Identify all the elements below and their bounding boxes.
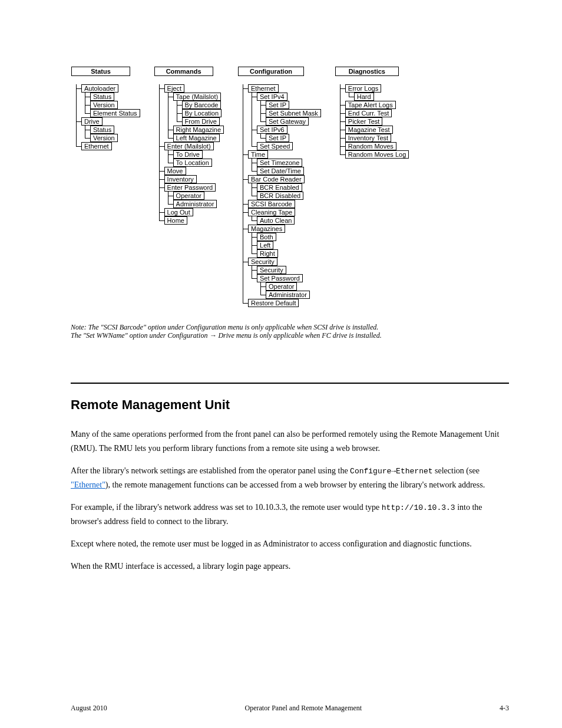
p2-a: After the library's network settings are… bbox=[71, 466, 350, 475]
tree-header-diagnostics: Diagnostics bbox=[335, 67, 399, 76]
cfg-security-setpw: Set Password bbox=[257, 274, 303, 282]
status-drive-status: Status bbox=[90, 126, 114, 134]
p2-b: selection (see bbox=[433, 466, 480, 475]
cmd-enterpw: Enter Password bbox=[164, 183, 216, 192]
cfg-settimezone: Set Timezone bbox=[257, 159, 302, 167]
cfg-setspeed: Set Speed bbox=[257, 142, 293, 150]
diag-invtest: Inventory Test bbox=[345, 134, 391, 142]
cfg-scsibarcode: SCSI Barcode bbox=[248, 200, 295, 208]
diag-errorlogs-hard: Hard bbox=[354, 93, 374, 101]
cfg-bcr-disabled: BCR Disabled bbox=[257, 192, 303, 200]
tree-status: Status Autoloader Status Version Element… bbox=[71, 67, 140, 307]
diag-pickertest: Picker Test bbox=[345, 117, 383, 126]
section-heading: Remote Management Unit bbox=[71, 394, 509, 416]
p2-code: Configure→Ethernet bbox=[350, 467, 432, 476]
diag-endcurrtest: End Curr. Test bbox=[345, 109, 392, 117]
cfg-setipv6-ip: Set IP bbox=[266, 134, 289, 142]
cfg-restore-default: Restore Default bbox=[248, 299, 299, 307]
p3-url: http://10.10.3.3 bbox=[382, 503, 455, 512]
cmd-logout: Log Out bbox=[164, 208, 193, 216]
cmd-eject-fromdrive: From Drive bbox=[182, 117, 220, 126]
cfg-mag-left: Left bbox=[257, 241, 273, 249]
status-drive: Drive bbox=[81, 117, 103, 126]
cmd-move: Move bbox=[164, 167, 186, 175]
cfg-setipv4: Set IPv4 bbox=[257, 93, 287, 101]
cmd-eject: Eject bbox=[164, 84, 184, 93]
cfg-setgateway: Set Gateway bbox=[266, 117, 309, 126]
cmd-eject-bylocation: By Location bbox=[182, 109, 222, 117]
paragraph-4: Except where noted, the remote user must… bbox=[71, 537, 509, 551]
tree-configuration: Configuration Ethernet Set IPv4 Set IP S… bbox=[238, 67, 321, 307]
status-drive-version: Version bbox=[90, 134, 118, 142]
cfg-ethernet: Ethernet bbox=[248, 84, 279, 93]
cfg-security-setpw-op: Operator bbox=[266, 282, 297, 291]
figure-caption-line1: Note: The "SCSI Barcode" option under Co… bbox=[71, 323, 378, 331]
cmd-home: Home bbox=[164, 216, 187, 225]
horizontal-rule bbox=[71, 383, 509, 384]
footer-date: August 2010 bbox=[71, 704, 107, 713]
cfg-security-security: Security bbox=[257, 266, 286, 274]
status-ethernet: Ethernet bbox=[81, 142, 112, 150]
cfg-setip: Set IP bbox=[266, 101, 289, 109]
status-autoloader-elemstatus: Element Status bbox=[90, 109, 140, 117]
cfg-bcr: Bar Code Reader bbox=[248, 175, 305, 183]
diag-errorlogs: Error Logs bbox=[345, 84, 381, 93]
diag-tapealertlogs: Tape Alert Logs bbox=[345, 101, 396, 109]
paragraph-3: For example, if the library's network ad… bbox=[71, 500, 509, 529]
cmd-eject-rightmag: Right Magazine bbox=[173, 126, 224, 134]
ethernet-link[interactable]: "Ethernet" bbox=[71, 480, 105, 489]
cfg-setdatetime: Set Date/Time bbox=[257, 167, 304, 175]
tree-diagnostics: Diagnostics Error Logs Hard Tape Alert L… bbox=[335, 67, 409, 307]
status-autoloader: Autoloader bbox=[81, 84, 118, 93]
cmd-eject-tape: Tape (Mailslot) bbox=[173, 93, 222, 101]
status-autoloader-status: Status bbox=[90, 93, 114, 101]
footer-pagenum: 4-3 bbox=[500, 704, 509, 713]
page-footer: August 2010 Operator Panel and Remote Ma… bbox=[71, 704, 509, 713]
paragraph-1: Many of the same operations performed fr… bbox=[71, 427, 509, 456]
diag-randommoveslog: Random Moves Log bbox=[345, 150, 409, 159]
cfg-cleaningtape: Cleaning Tape bbox=[248, 208, 295, 216]
cfg-security: Security bbox=[248, 258, 277, 266]
tree-header-commands: Commands bbox=[154, 67, 213, 76]
cfg-mag-right: Right bbox=[257, 249, 278, 258]
cfg-setsubnet: Set Subnet Mask bbox=[266, 109, 321, 117]
diag-magtest: Magazine Test bbox=[345, 126, 393, 134]
status-autoloader-version: Version bbox=[90, 101, 118, 109]
cmd-enterpw-operator: Operator bbox=[173, 192, 204, 200]
cmd-inventory: Inventory bbox=[164, 175, 197, 183]
cfg-mag-both: Both bbox=[257, 233, 276, 241]
cfg-bcr-enabled: BCR Enabled bbox=[257, 183, 302, 192]
cmd-enterpw-admin: Administrator bbox=[173, 200, 217, 208]
paragraph-5: When the RMU interface is accessed, a li… bbox=[71, 559, 509, 574]
cfg-magazines: Magazines bbox=[248, 225, 285, 233]
cfg-security-setpw-admin: Administrator bbox=[266, 291, 310, 299]
cfg-time: Time bbox=[248, 150, 268, 159]
tree-commands: Commands Eject Tape (Mailslot) By Barcod… bbox=[154, 67, 224, 307]
p3-a: For example, if the library's network ad… bbox=[71, 503, 382, 512]
figure-caption: Note: The "SCSI Barcode" option under Co… bbox=[71, 323, 509, 340]
cmd-enter-tolocation: To Location bbox=[173, 159, 212, 167]
cmd-enter-mailslot: Enter (Mailslot) bbox=[164, 142, 214, 150]
p2-c: ), the remote management functions can b… bbox=[105, 480, 485, 489]
cfg-autoclean: Auto Clean bbox=[257, 216, 295, 225]
cfg-setipv6: Set IPv6 bbox=[257, 126, 287, 134]
tree-header-configuration: Configuration bbox=[238, 67, 304, 76]
diag-randommoves: Random Moves bbox=[345, 142, 396, 150]
tree-header-status: Status bbox=[71, 67, 130, 76]
paragraph-2: After the library's network settings are… bbox=[71, 464, 509, 492]
cmd-eject-bybarcode: By Barcode bbox=[182, 101, 222, 109]
body-text: Remote Management Unit Many of the same … bbox=[71, 394, 509, 581]
menu-tree-diagram: Status Autoloader Status Version Element… bbox=[71, 67, 409, 307]
cmd-enter-todrive: To Drive bbox=[173, 150, 203, 159]
footer-title: Operator Panel and Remote Management bbox=[245, 704, 362, 713]
cmd-eject-leftmag: Left Magazine bbox=[173, 134, 220, 142]
figure-caption-line2: The "Set WWName" option under Configurat… bbox=[71, 331, 509, 340]
